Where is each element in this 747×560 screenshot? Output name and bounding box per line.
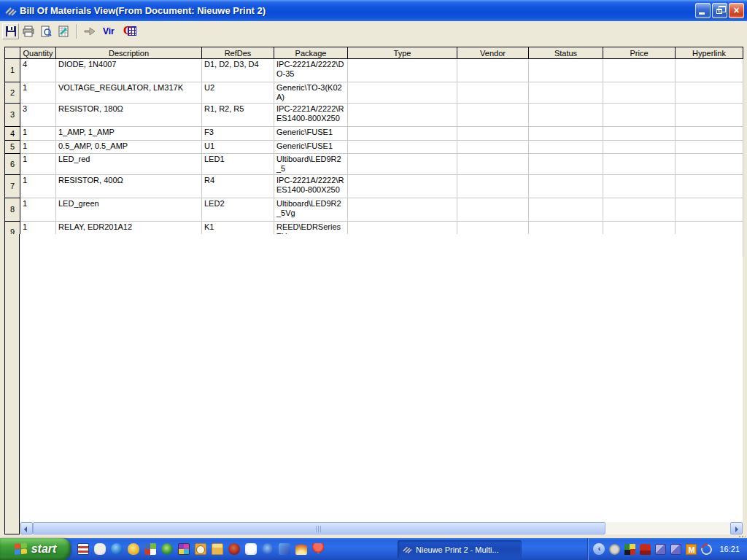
col-header-hyperlink[interactable]: Hyperlink — [676, 47, 743, 59]
floppy-shortcut-icon[interactable] — [77, 543, 89, 555]
cell-package[interactable]: IPC-2221A/2222\DO-35 — [274, 59, 348, 82]
scrollbar-thumb[interactable] — [33, 522, 605, 534]
cell-package[interactable]: IPC-2221A/2222\RES1400-800X250 — [274, 175, 348, 198]
cell-status[interactable] — [529, 198, 603, 222]
cell-status[interactable] — [529, 104, 603, 127]
arrow-button[interactable] — [81, 23, 98, 39]
cell-hyperlink[interactable] — [676, 141, 743, 154]
cell-status[interactable] — [529, 59, 603, 82]
picasa-shortcut-icon[interactable] — [144, 543, 156, 555]
cell-quantity[interactable]: 4 — [20, 59, 56, 82]
ring-tray-icon[interactable] — [700, 542, 714, 556]
cell-refdes[interactable]: LED2 — [202, 198, 274, 222]
cell-description[interactable]: LED_red — [56, 154, 202, 175]
cell-quantity[interactable]: 1 — [20, 175, 56, 198]
cell-hyperlink[interactable] — [676, 175, 743, 198]
row-number[interactable]: 1 — [5, 59, 20, 82]
cell-status[interactable] — [529, 141, 603, 154]
network-tray-icon[interactable] — [655, 544, 666, 555]
cell-type[interactable] — [348, 104, 457, 127]
cell-vendor[interactable] — [457, 82, 529, 104]
multisim-tray-icon[interactable]: M — [686, 544, 697, 555]
cell-refdes[interactable]: R1, R2, R5 — [202, 104, 274, 127]
hand-shortcut-icon[interactable] — [94, 543, 106, 555]
cell-package[interactable]: Generic\TO-3(K02A) — [274, 82, 348, 104]
cell-quantity[interactable]: 1 — [20, 154, 56, 175]
cell-description[interactable]: 0.5_AMP, 0.5_AMP — [56, 141, 202, 154]
cell-type[interactable] — [348, 59, 457, 82]
media-player-shortcut-icon[interactable] — [111, 543, 123, 555]
cell-refdes[interactable]: F3 — [202, 127, 274, 141]
col-header-status[interactable]: Status — [529, 47, 603, 59]
network-tray-icon-2[interactable] — [670, 544, 681, 555]
virtual-parts-button[interactable]: Vir — [98, 26, 119, 36]
task-button-nieuwe-print[interactable]: Nieuwe Print 2 - Multi... — [398, 540, 522, 559]
row-number[interactable]: 8 — [5, 198, 20, 222]
col-header-rownum[interactable] — [5, 47, 20, 59]
cell-refdes[interactable]: R4 — [202, 175, 274, 198]
horizontal-scrollbar[interactable] — [20, 522, 743, 534]
folder-shortcut-icon[interactable] — [212, 543, 223, 555]
cell-type[interactable] — [348, 127, 457, 141]
col-header-price[interactable]: Price — [603, 47, 676, 59]
cell-price[interactable] — [603, 104, 676, 127]
restore-button[interactable] — [712, 3, 727, 18]
cell-description[interactable]: VOLTAGE_REGULATOR, LM317K — [56, 82, 202, 104]
cell-price[interactable] — [603, 141, 676, 154]
messenger-shortcut-icon[interactable] — [279, 543, 290, 555]
cell-type[interactable] — [348, 198, 457, 222]
row-number[interactable]: 4 — [5, 127, 20, 141]
cell-description[interactable]: RESISTOR, 400Ω — [56, 175, 202, 198]
cell-description[interactable]: 1_AMP, 1_AMP — [56, 127, 202, 141]
cell-status[interactable] — [529, 154, 603, 175]
cell-quantity[interactable]: 1 — [20, 198, 56, 222]
row-number[interactable]: 5 — [5, 141, 20, 154]
cell-price[interactable] — [603, 82, 676, 104]
cell-price[interactable] — [603, 175, 676, 198]
cell-price[interactable] — [603, 198, 676, 222]
cell-hyperlink[interactable] — [676, 82, 743, 104]
cell-hyperlink[interactable] — [676, 127, 743, 141]
row-number[interactable]: 3 — [5, 104, 20, 127]
cell-refdes[interactable]: D1, D2, D3, D4 — [202, 59, 274, 82]
scroll-right-button[interactable] — [730, 522, 743, 534]
col-header-vendor[interactable]: Vendor — [457, 47, 529, 59]
cell-status[interactable] — [529, 82, 603, 104]
cell-type[interactable] — [348, 141, 457, 154]
robot-tray-icon[interactable] — [640, 544, 651, 555]
opera-shortcut-icon[interactable] — [228, 543, 240, 555]
cell-quantity[interactable]: 3 — [20, 104, 56, 127]
col-header-description[interactable]: Description — [56, 47, 202, 59]
cell-refdes[interactable]: LED1 — [202, 154, 274, 175]
start-button[interactable]: start — [0, 538, 71, 560]
cell-description[interactable]: RESISTOR, 180Ω — [56, 104, 202, 127]
cell-vendor[interactable] — [457, 154, 529, 175]
cell-description[interactable]: DIODE, 1N4007 — [56, 59, 202, 82]
cell-package[interactable]: Generic\FUSE1 — [274, 141, 348, 154]
cell-status[interactable] — [529, 127, 603, 141]
clock-shortcut-icon[interactable] — [195, 543, 206, 555]
print-button[interactable] — [20, 23, 36, 39]
scrollbar-track[interactable] — [33, 522, 730, 534]
cell-package[interactable]: IPC-2221A/2222\RES1400-800X250 — [274, 104, 348, 127]
cell-vendor[interactable] — [457, 141, 529, 154]
cell-status[interactable] — [529, 175, 603, 198]
photos-shortcut-icon[interactable] — [178, 543, 190, 555]
close-button[interactable]: × — [729, 3, 744, 18]
cell-refdes[interactable]: U1 — [202, 141, 274, 154]
col-header-package[interactable]: Package — [274, 47, 348, 59]
print-preview-button[interactable] — [37, 23, 54, 39]
col-header-refdes[interactable]: RefDes — [202, 47, 274, 59]
cell-package[interactable]: Ultiboard\LED9R2_5 — [274, 154, 348, 175]
rainbow-shortcut-icon[interactable] — [295, 543, 307, 555]
cell-hyperlink[interactable] — [676, 59, 743, 82]
cell-price[interactable] — [603, 127, 676, 141]
cell-hyperlink[interactable] — [676, 104, 743, 127]
minimize-button[interactable] — [695, 3, 711, 18]
cell-type[interactable] — [348, 82, 457, 104]
cell-price[interactable] — [603, 59, 676, 82]
color-grid-tray-icon[interactable] — [624, 544, 635, 555]
gear-tray-icon[interactable] — [609, 544, 620, 555]
component-grid-button[interactable]: C — [123, 26, 136, 37]
cell-type[interactable] — [348, 175, 457, 198]
